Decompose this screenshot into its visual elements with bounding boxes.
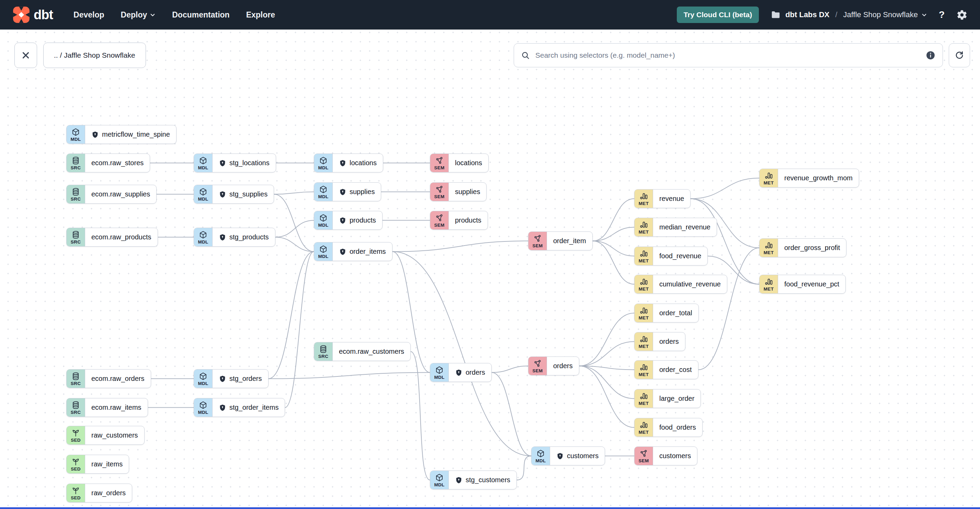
nav-item-explore[interactable]: Explore	[246, 10, 275, 19]
graph-node-sem_customers[interactable]: SEMcustomers	[634, 447, 697, 465]
shield-icon	[339, 188, 347, 196]
graph-node-stg_customers[interactable]: MDLstg_customers	[430, 471, 517, 490]
settings-gear-icon[interactable]	[956, 9, 968, 21]
refresh-button[interactable]	[949, 43, 970, 67]
try-cloud-cli-button[interactable]: Try Cloud CLI (beta)	[677, 6, 759, 23]
graph-node-seed_raw_customers[interactable]: SEDraw_customers	[66, 426, 145, 445]
graph-node-metricflow_time_spine[interactable]: MDLmetricflow_time_spine	[66, 125, 177, 144]
node-label: revenue_growth_mom	[778, 169, 859, 187]
graph-node-ecom_raw_stores[interactable]: SRCecom.raw_stores	[66, 154, 150, 172]
node-label: ecom.raw_items	[85, 398, 148, 417]
graph-node-met_order_gross_profit[interactable]: METorder_gross_profit	[759, 239, 846, 257]
graph-node-met_median_revenue[interactable]: METmedian_revenue	[634, 218, 717, 237]
node-label: locations	[333, 154, 383, 172]
help-icon[interactable]: ?	[939, 9, 945, 20]
shield-icon	[219, 375, 226, 383]
metric-bars-icon	[640, 392, 648, 401]
graph-node-stg_products[interactable]: MDLstg_products	[194, 228, 275, 247]
model-type-badge: MDL	[430, 471, 449, 489]
close-button[interactable]	[14, 43, 37, 68]
graph-node-supplies[interactable]: MDLsupplies	[314, 182, 381, 201]
node-type-label: SED	[71, 467, 81, 472]
bottom-window-accent	[0, 507, 980, 509]
graph-node-seed_raw_orders[interactable]: SEDraw_orders	[66, 484, 132, 503]
seed-sprout-icon	[72, 486, 80, 495]
graph-node-met_large_order[interactable]: METlarge_order	[634, 389, 701, 408]
graph-node-stg_order_items[interactable]: MDLstg_order_items	[194, 398, 285, 417]
seed-type-badge: SED	[67, 426, 85, 444]
graph-node-seed_raw_items[interactable]: SEDraw_items	[66, 455, 129, 474]
node-label: median_revenue	[653, 218, 717, 236]
metric-bars-icon	[640, 249, 648, 258]
graph-node-sem_order_item[interactable]: SEMorder_item	[528, 232, 593, 250]
graph-node-met_revenue_growth_mom[interactable]: METrevenue_growth_mom	[759, 169, 859, 188]
node-label: order_cost	[653, 361, 698, 379]
node-label: order_item	[547, 232, 592, 250]
graph-node-met_food_orders[interactable]: METfood_orders	[634, 418, 703, 437]
chevron-down-icon	[921, 12, 927, 18]
node-type-label: SED	[71, 496, 81, 500]
node-label: stg_orders	[213, 369, 268, 388]
graph-node-met_orders[interactable]: METorders	[634, 332, 686, 351]
nav-item-documentation[interactable]: Documentation	[172, 10, 229, 19]
graph-node-products[interactable]: MDLproducts	[314, 211, 382, 230]
model-cube-icon	[319, 214, 328, 222]
account-name[interactable]: dbt Labs DX	[785, 10, 829, 19]
graph-node-met_cumulative_revenue[interactable]: METcumulative_revenue	[634, 275, 727, 294]
shield-icon	[219, 404, 226, 412]
search-icon	[521, 51, 530, 60]
graph-node-orders_model[interactable]: MDLorders	[430, 363, 492, 382]
semantic-type-badge: SEM	[430, 154, 449, 172]
metric-type-badge: MET	[760, 275, 778, 293]
node-label: orders	[547, 357, 579, 375]
graph-node-stg_supplies[interactable]: MDLstg_supplies	[194, 185, 274, 204]
model-cube-icon	[319, 245, 328, 253]
dbt-logo[interactable]: dbt	[12, 6, 53, 24]
model-type-badge: MDL	[194, 398, 213, 417]
graph-node-met_order_cost[interactable]: METorder_cost	[634, 360, 698, 379]
graph-node-stg_orders[interactable]: MDLstg_orders	[194, 369, 269, 388]
graph-node-ecom_raw_orders[interactable]: SRCecom.raw_orders	[66, 369, 151, 388]
semantic-model-icon	[435, 185, 444, 194]
shield-icon	[556, 452, 564, 460]
node-type-label: MET	[639, 344, 649, 349]
graph-node-sem_orders[interactable]: SEMorders	[528, 356, 579, 375]
shield-icon	[339, 159, 347, 167]
graph-node-met_food_revenue_pct[interactable]: METfood_revenue_pct	[759, 275, 846, 294]
node-type-label: SEM	[434, 223, 444, 228]
model-type-badge: MDL	[314, 211, 333, 229]
node-label: ecom.raw_orders	[85, 369, 151, 388]
metric-type-badge: MET	[635, 418, 653, 437]
top-navbar: dbt Develop Deploy Documentation Explore…	[0, 0, 980, 30]
graph-node-sem_supplies[interactable]: SEMsupplies	[430, 182, 487, 201]
project-selector[interactable]: Jaffle Shop Snowflake	[843, 10, 927, 19]
shield-icon	[339, 217, 347, 224]
semantic-model-icon	[533, 234, 542, 243]
nav-item-develop[interactable]: Develop	[73, 10, 104, 19]
graph-node-sem_locations[interactable]: SEMlocations	[430, 154, 488, 172]
graph-node-order_items[interactable]: MDLorder_items	[314, 242, 393, 261]
graph-node-customers_model[interactable]: MDLcustomers	[531, 447, 605, 465]
graph-node-met_revenue[interactable]: METrevenue	[634, 189, 690, 208]
graph-node-stg_locations[interactable]: MDLstg_locations	[194, 154, 276, 172]
graph-node-met_order_total[interactable]: METorder_total	[634, 304, 699, 323]
node-label: orders	[449, 363, 492, 382]
graph-node-ecom_raw_products[interactable]: SRCecom.raw_products	[66, 228, 158, 247]
source-type-badge: SRC	[314, 342, 333, 361]
node-type-label: MET	[639, 430, 649, 435]
graph-node-ecom_raw_supplies[interactable]: SRCecom.raw_supplies	[66, 185, 157, 204]
graph-node-ecom_raw_items[interactable]: SRCecom.raw_items	[66, 398, 148, 417]
folder-icon	[770, 10, 781, 20]
search-input[interactable]	[535, 51, 920, 59]
info-icon[interactable]	[925, 50, 936, 60]
graph-node-sem_products[interactable]: SEMproducts	[430, 211, 488, 230]
nav-item-deploy[interactable]: Deploy	[121, 10, 156, 19]
graph-node-ecom_raw_customers[interactable]: SRCecom.raw_customers	[314, 342, 411, 361]
breadcrumb[interactable]: .. / Jaffle Shop Snowflake	[43, 43, 146, 68]
metric-type-badge: MET	[760, 169, 778, 187]
main-nav: Develop Deploy Documentation Explore	[73, 10, 275, 19]
node-label: food_orders	[653, 418, 702, 437]
graph-node-met_food_revenue[interactable]: METfood_revenue	[634, 247, 708, 266]
node-label: supplies	[333, 183, 381, 201]
graph-node-locations[interactable]: MDLlocations	[314, 154, 383, 172]
